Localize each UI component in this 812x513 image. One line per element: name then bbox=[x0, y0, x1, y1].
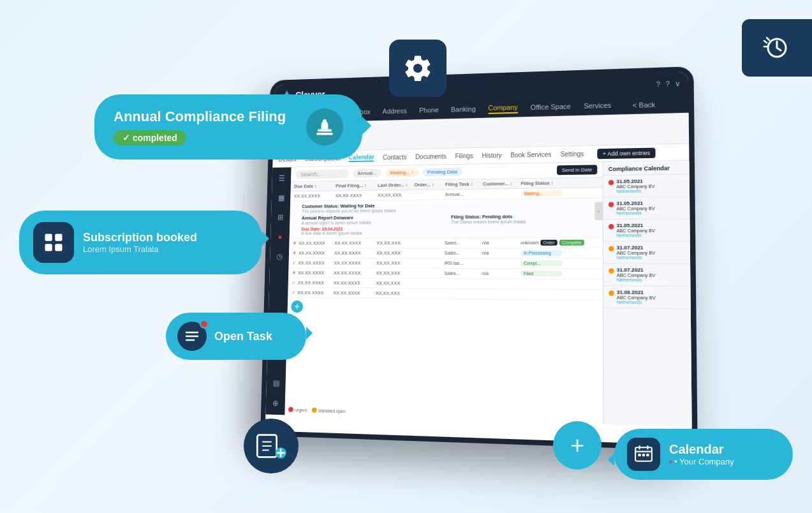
table-row-2: ✕ XX.XX.XXXX XX.XX.XXXX XX,XX,XXX Sales.… bbox=[289, 237, 603, 248]
filter-waiting[interactable]: Waiting... ↑ bbox=[385, 168, 418, 177]
cell-last-1: XX,XX,XXX bbox=[378, 192, 415, 198]
cell-final-1: XX.XX.XXXX bbox=[336, 193, 378, 198]
sec-nav-book-services[interactable]: Book Services bbox=[510, 151, 551, 159]
col-filing-status: Filing Status ↕ bbox=[521, 180, 563, 186]
sidebar-calendar-icon[interactable]: ▦ bbox=[274, 190, 288, 205]
open-task-bubble[interactable]: Open Task bbox=[166, 313, 306, 360]
cell-status-4: Compl... bbox=[520, 260, 563, 266]
sec-nav-history[interactable]: History bbox=[482, 152, 502, 159]
urgent-label: urgent bbox=[295, 407, 307, 412]
cal-item-6: 31.08.2021 ABC Company BV Netherlands bbox=[603, 286, 691, 309]
cell-due-5: ✕ XX.XX.XXXX bbox=[292, 270, 334, 276]
svg-rect-4 bbox=[45, 234, 52, 241]
filter-pending[interactable]: Pending Date bbox=[422, 168, 462, 177]
subscription-text: Subscription booked Lorem Ipsum Tralala bbox=[83, 231, 197, 254]
calendar-subtitle: • • Your Company bbox=[669, 457, 734, 466]
cell-task-5: Sales... bbox=[444, 271, 482, 276]
table-container: Search... Annual... Waiting... ↑ Pending… bbox=[284, 162, 603, 424]
sidebar-menu-icon[interactable]: ☰ bbox=[274, 171, 289, 186]
sec-nav-settings[interactable]: Settings bbox=[561, 151, 584, 158]
cal-info-3: 31.05.2021 ABC Company BV Netherlands bbox=[617, 223, 655, 238]
sidebar-grid-icon[interactable]: ⊞ bbox=[273, 210, 288, 225]
svg-rect-7 bbox=[55, 244, 62, 251]
sec-nav-calendar[interactable]: Calendar bbox=[348, 154, 374, 162]
cal-info-5: 31.07.2021 ABC Company BV Netherlands bbox=[617, 267, 656, 282]
calendar-bubble-arrow bbox=[608, 453, 614, 466]
cal-item-4: 31.07.2021 ABC Company BV Netherlands bbox=[603, 241, 690, 264]
subscription-bubble-arrow bbox=[262, 231, 269, 246]
subscription-title: Subscription booked bbox=[83, 231, 197, 244]
cell-final-2: XX.XX.XXXX bbox=[334, 241, 376, 246]
legend-normal: standard open bbox=[312, 408, 346, 414]
sidebar-clock-icon[interactable]: ◷ bbox=[272, 249, 287, 264]
plus-button[interactable]: + bbox=[553, 421, 602, 470]
back-button[interactable]: < Back bbox=[633, 100, 655, 108]
col-last-order: Last Order... ↕ bbox=[378, 182, 415, 188]
cal-item-3: 31.05.2021 ABC Company BV Netherlands bbox=[603, 219, 690, 241]
cal-info-6: 31.08.2021 ABC Company BV Netherlands bbox=[617, 289, 656, 304]
search-input[interactable]: Search... bbox=[295, 169, 349, 179]
sec-nav-filings[interactable]: Filings bbox=[455, 152, 473, 160]
nav-company[interactable]: Company bbox=[488, 103, 518, 114]
nav-office-space[interactable]: Office Space bbox=[531, 102, 571, 112]
help-icon[interactable]: ? bbox=[656, 80, 660, 88]
cal-dot-2 bbox=[609, 202, 614, 207]
add-entry-button[interactable]: + Add own entries bbox=[597, 147, 655, 159]
cell-due-1: XX.XX.XXXX bbox=[294, 193, 336, 198]
cell-due-7: ✓ XX.XX.XXXX bbox=[292, 290, 334, 295]
sidebar-user-icon[interactable]: ● bbox=[273, 230, 288, 244]
user-menu[interactable]: ∨ bbox=[675, 79, 681, 87]
compliance-calendar-title: Compliance Calendar bbox=[603, 161, 690, 175]
order-btn-2[interactable]: Order bbox=[540, 240, 557, 246]
legend-urgent: urgent bbox=[288, 407, 307, 413]
cell-customer-3: n/a bbox=[482, 250, 520, 256]
cell-final-3: XX.XX.XXXX bbox=[334, 250, 377, 256]
cell-order-1 bbox=[414, 195, 445, 195]
calendar-icon-box bbox=[627, 438, 660, 471]
cal-country-5: Netherlands bbox=[617, 278, 656, 282]
send-date-button[interactable]: Send in Date bbox=[557, 165, 598, 175]
cell-last-6: XX,XX,XXX bbox=[376, 280, 413, 286]
completed-badge: ✓ completed bbox=[114, 130, 186, 145]
settings-floating-button[interactable] bbox=[389, 40, 447, 97]
sidebar-settings-icon[interactable]: ⊕ bbox=[268, 396, 283, 411]
open-task-label: Open Task bbox=[214, 330, 272, 343]
cal-dot-6 bbox=[609, 290, 614, 295]
cal-country-1: Netherlands bbox=[616, 188, 654, 193]
table-row-expanded-1: XX.XX.XXXX XX.XX.XXXX XX,XX,XXX Annual..… bbox=[290, 188, 603, 239]
nav-services[interactable]: Services bbox=[584, 101, 611, 110]
cal-country-6: Netherlands bbox=[617, 300, 656, 305]
filter-annual[interactable]: Annual... bbox=[353, 169, 381, 177]
cell-last-3: XX,XX,XXX bbox=[376, 250, 413, 256]
info-icon[interactable]: ? bbox=[665, 80, 670, 87]
cal-info-4: 31.07.2021 ABC Company BV Netherlands bbox=[617, 245, 656, 260]
add-row-button[interactable]: + bbox=[291, 301, 303, 313]
filing-status-desc: The Status means lorem ipsum tralala bbox=[451, 219, 598, 224]
sec-nav-contacts[interactable]: Contacts bbox=[383, 154, 407, 161]
add-company-button[interactable] bbox=[244, 419, 299, 473]
cal-date-2: 31.05.2021 bbox=[616, 200, 654, 207]
cell-status-2: unknown Order Complete bbox=[520, 240, 563, 246]
history-button[interactable] bbox=[742, 19, 812, 77]
cell-due-2: ✕ XX.XX.XXXX bbox=[293, 241, 334, 246]
sec-nav-documents[interactable]: Documents bbox=[415, 153, 447, 161]
cal-item-5: 31.07.2021 ABC Company BV Netherlands bbox=[603, 264, 691, 286]
cell-last-2: XX,XX,XXX bbox=[376, 240, 413, 246]
nav-phone[interactable]: Phone bbox=[419, 106, 439, 115]
table-row-3: ✕ XX.XX.XXXX XX.XX.XXXX XX,XX,XXX Sales.… bbox=[289, 248, 603, 258]
expanded-content-1: Customer Status: Waiting for Date The pr… bbox=[290, 198, 603, 238]
cal-dot-3 bbox=[609, 224, 614, 229]
header-right: ? ? ∨ bbox=[656, 79, 681, 88]
sidebar-building-icon[interactable]: ▤ bbox=[269, 375, 283, 390]
nav-address[interactable]: Address bbox=[382, 107, 407, 115]
cal-date-3: 31.05.2021 bbox=[617, 223, 655, 229]
cal-country-3: Netherlands bbox=[617, 233, 655, 237]
nav-banking[interactable]: Banking bbox=[451, 105, 476, 114]
svg-rect-24 bbox=[646, 454, 649, 456]
expanded-due-date: Due Date: 19.04.2021 A due date is lorem… bbox=[301, 225, 598, 235]
normal-dot bbox=[312, 408, 317, 413]
complete-btn-2[interactable]: Complete bbox=[559, 240, 584, 246]
cal-country-2: Netherlands bbox=[616, 211, 654, 216]
calendar-bubble: Calendar • • Your Company bbox=[614, 429, 793, 480]
cell-status-5: Filed bbox=[520, 271, 563, 276]
